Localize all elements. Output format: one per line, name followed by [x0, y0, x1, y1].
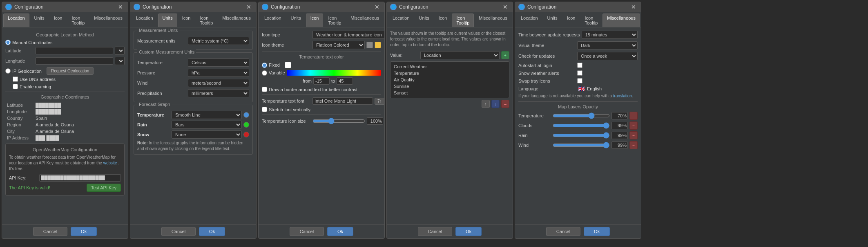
close-btn-1[interactable]: ✕ [116, 4, 125, 10]
ok-btn-4[interactable]: Ok [455, 227, 482, 236]
icon-size-input[interactable] [367, 117, 383, 125]
forecast-snow-color[interactable] [243, 132, 249, 137]
tab-misc-4[interactable]: Miscellaneous [474, 13, 512, 27]
opacity-wind-del[interactable]: – [629, 141, 638, 149]
ok-btn-1[interactable]: Ok [71, 227, 97, 236]
opacity-wind-input[interactable] [611, 141, 628, 149]
tab-misc-1[interactable]: Miscellaneous [89, 13, 127, 27]
close-btn-5[interactable]: ✕ [629, 4, 638, 10]
tooltip-down-btn[interactable]: ↓ [491, 100, 500, 108]
tab-misc-2[interactable]: Miscellaneous [218, 13, 255, 27]
tab-units-4[interactable]: Units [415, 13, 434, 27]
longitude-select[interactable]: ▼ [115, 57, 125, 65]
temp-unit-select[interactable]: Celsius [188, 58, 249, 67]
precip-unit-select[interactable]: millimeters [188, 89, 249, 97]
temp-font-input[interactable] [312, 97, 373, 105]
tab-icontooltip-4[interactable]: Icon Tooltip [452, 13, 474, 27]
tab-misc-3[interactable]: Miscellaneous [346, 13, 384, 27]
test-api-btn[interactable]: Test API Key [87, 184, 121, 192]
list-item[interactable]: Sunrise [392, 83, 507, 90]
tab-units-5[interactable]: Units [543, 13, 562, 27]
tab-icon-3[interactable]: Icon [306, 13, 324, 27]
icon-theme-swatch-yellow[interactable] [375, 42, 381, 48]
to-input[interactable] [337, 77, 353, 85]
variable-color-radio[interactable] [262, 70, 267, 76]
cancel-btn-1[interactable]: Cancel [33, 227, 67, 236]
close-btn-4[interactable]: ✕ [501, 4, 509, 10]
forecast-snow-select[interactable]: None [172, 130, 242, 139]
tab-location-3[interactable]: Location [260, 13, 286, 27]
opacity-clouds-del[interactable]: – [629, 121, 638, 130]
cancel-btn-4[interactable]: Cancel [418, 227, 452, 236]
list-item[interactable]: Air Quality [392, 76, 507, 83]
latitude-select[interactable]: ▼ [115, 47, 125, 55]
opacity-temp-del[interactable]: – [629, 112, 638, 120]
list-item[interactable]: Sunset [392, 90, 507, 96]
time-between-select[interactable]: 15 minutes [582, 31, 638, 39]
forecast-temp-color[interactable] [243, 112, 249, 118]
forecast-rain-color[interactable] [243, 122, 249, 128]
icon-theme-swatch-gray[interactable] [366, 42, 373, 48]
api-key-input[interactable] [39, 174, 121, 182]
tooltip-value-select[interactable]: Location [420, 51, 500, 59]
icon-size-slider[interactable] [312, 118, 365, 124]
cancel-btn-2[interactable]: Cancel [161, 227, 196, 236]
opacity-temp-input[interactable] [611, 112, 628, 119]
tab-location-1[interactable]: Location [3, 13, 29, 27]
opacity-temp-slider[interactable] [553, 112, 610, 119]
tab-units-3[interactable]: Units [286, 13, 306, 27]
tooltip-up-btn[interactable]: ↑ [482, 100, 490, 108]
opacity-wind-slider[interactable] [553, 142, 610, 148]
longitude-input[interactable] [36, 57, 113, 65]
tab-icontooltip-1[interactable]: Icon Tooltip [67, 13, 89, 27]
visual-theme-select[interactable]: Dark [577, 41, 638, 49]
use-dns-checkbox[interactable] [13, 76, 18, 82]
tab-icontooltip-3[interactable]: Icon Tooltip [324, 13, 346, 27]
ok-btn-2[interactable]: Ok [199, 227, 225, 236]
tab-icon-1[interactable]: Icon [49, 13, 67, 27]
opacity-rain-del[interactable]: – [629, 131, 638, 139]
icon-theme-select[interactable]: FlatIcon Colored [312, 41, 365, 49]
tab-units-1[interactable]: Units [30, 13, 49, 27]
translation-link[interactable]: translation [613, 94, 632, 98]
icon-type-select[interactable]: Weather icon & temperature icon [312, 31, 384, 39]
pressure-unit-select[interactable]: hPa [188, 69, 249, 77]
tab-icon-2[interactable]: Icon [178, 13, 195, 27]
ok-btn-3[interactable]: Ok [327, 227, 353, 236]
cancel-btn-5[interactable]: Cancel [546, 227, 580, 236]
tab-units-2[interactable]: Units [158, 13, 177, 27]
list-item[interactable]: Temperature [392, 70, 507, 76]
enable-roaming-checkbox[interactable] [13, 84, 18, 89]
from-input[interactable] [313, 77, 330, 85]
cancel-btn-3[interactable]: Cancel [290, 227, 324, 236]
fixed-color-radio[interactable] [262, 63, 267, 68]
tab-location-4[interactable]: Location [388, 13, 414, 27]
manual-coords-radio[interactable]: Manual Coordinates [5, 40, 125, 45]
ip-geo-radio[interactable]: IP Geolocation Request Geolocation [5, 67, 125, 75]
request-geo-btn[interactable]: Request Geolocation [47, 67, 94, 75]
check-updates-select[interactable]: Once a week [577, 52, 638, 60]
swap-tray-checkbox[interactable] [577, 78, 582, 83]
tab-icon-4[interactable]: Icon [434, 13, 452, 27]
ip-radio-input[interactable] [5, 68, 11, 74]
forecast-temp-select[interactable]: Smooth Line [172, 111, 242, 119]
list-item[interactable]: Current Weather [392, 63, 507, 70]
add-tooltip-btn[interactable]: + [501, 51, 509, 59]
font-btn[interactable]: 7↑ [375, 98, 384, 105]
forecast-rain-select[interactable]: Bars [172, 121, 242, 129]
ok-btn-5[interactable]: Ok [584, 227, 610, 236]
close-btn-3[interactable]: ✕ [373, 4, 381, 10]
opacity-rain-input[interactable] [611, 132, 628, 139]
tab-icon-5[interactable]: Icon [562, 13, 580, 27]
fixed-color-swatch[interactable] [285, 62, 291, 68]
tab-misc-5[interactable]: Miscellaneous [602, 13, 640, 27]
stretch-font-checkbox[interactable] [262, 107, 267, 112]
opacity-clouds-input[interactable] [611, 122, 628, 129]
manual-radio-input[interactable] [5, 40, 11, 45]
show-alerts-checkbox[interactable] [577, 70, 582, 76]
opacity-clouds-slider[interactable] [553, 122, 610, 129]
close-btn-2[interactable]: ✕ [245, 4, 253, 10]
tab-location-2[interactable]: Location [132, 13, 158, 27]
tab-icontooltip-5[interactable]: Icon Tooltip [580, 13, 602, 27]
autostart-checkbox[interactable] [577, 63, 582, 68]
